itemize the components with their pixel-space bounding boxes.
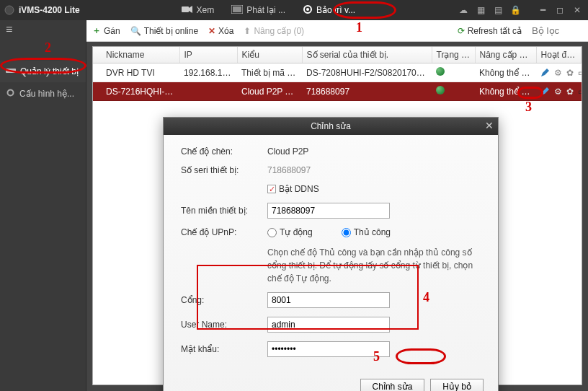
nav-playback-label: Phát lại ... bbox=[246, 5, 285, 15]
cell-status bbox=[432, 63, 475, 82]
minimize-icon[interactable]: ━ bbox=[536, 4, 549, 17]
mode-value: Cloud P2P bbox=[267, 146, 481, 157]
globe-icon bbox=[436, 86, 445, 95]
titlebar: iVMS-4200 Lite Xem Phát lại ... Bảo trì … bbox=[0, 0, 588, 20]
app-logo-icon bbox=[0, 0, 19, 20]
dialog-header[interactable]: Chỉnh sửa ✕ bbox=[164, 118, 498, 135]
pass-input[interactable] bbox=[267, 341, 390, 357]
plus-icon: ＋ bbox=[92, 25, 101, 37]
nav-view-label: Xem bbox=[197, 5, 215, 15]
toolbar: ＋ Gán 🔍 Thiết bị online ✕ Xóa ⬆ Nâng cấp… bbox=[86, 20, 588, 42]
svg-point-7 bbox=[8, 90, 14, 96]
cell-type: Thiết bị mã hóa bbox=[237, 63, 302, 82]
port-label: Cổng: bbox=[181, 295, 267, 305]
hamburger-icon[interactable]: ≡ bbox=[0, 20, 86, 39]
sidebar-item-label: Cấu hình hệ... bbox=[19, 89, 74, 99]
up-arrow-icon: ⬆ bbox=[244, 26, 251, 36]
device-icon[interactable]: ▭ bbox=[578, 87, 582, 97]
table-row[interactable]: DS-7216HQHI-F2-N(7186... Cloud P2P Thiế.… bbox=[93, 82, 582, 101]
film-icon bbox=[231, 5, 243, 16]
edit-dialog: Chỉnh sửa ✕ Chế độ chèn: Cloud P2P Số se… bbox=[163, 117, 499, 391]
sidebar: ≡ Quản lý thiết bị Cấu hình hệ... bbox=[0, 20, 86, 391]
user-label: User Name: bbox=[181, 320, 267, 330]
stats-icon[interactable]: ▤ bbox=[491, 4, 504, 17]
camera-icon bbox=[182, 5, 193, 16]
nav-view[interactable]: Xem bbox=[182, 5, 215, 16]
cell-upgrade: Không thể nân... bbox=[475, 63, 536, 82]
cell-serial: DS-7208HUHI-F2/S0820170405CC... bbox=[302, 63, 432, 82]
col-serial[interactable]: Số serial của thiết bị. bbox=[302, 47, 432, 63]
toolbar-add-label: Gán bbox=[104, 26, 120, 36]
svg-point-5 bbox=[306, 8, 309, 11]
edit-icon[interactable] bbox=[540, 87, 550, 97]
sidebar-item-label: Quản lý thiết bị bbox=[20, 66, 79, 76]
gear-icon[interactable]: ⚙ bbox=[554, 87, 562, 97]
cell-ip bbox=[179, 82, 237, 101]
cell-nickname: DVR HD TVI bbox=[93, 63, 179, 82]
edit-icon[interactable] bbox=[540, 68, 550, 78]
sidebar-item-device-mgmt[interactable]: Quản lý thiết bị bbox=[0, 61, 86, 82]
cloud-icon[interactable]: ☁ bbox=[457, 4, 470, 17]
table-row[interactable]: DVR HD TVI 192.168.1.100 Thiết bị mã hóa… bbox=[93, 63, 582, 82]
upnp-note: Chọn chế độ Thủ công và bạn cần nhập thủ… bbox=[267, 246, 484, 285]
domain-input[interactable] bbox=[267, 203, 390, 219]
toolbar-add[interactable]: ＋ Gán bbox=[92, 25, 120, 37]
close-icon[interactable]: ✕ bbox=[485, 120, 494, 131]
maximize-icon[interactable]: ◻ bbox=[553, 4, 566, 17]
toolbar-online-label: Thiết bị online bbox=[144, 26, 198, 36]
refresh-icon: ⟳ bbox=[458, 26, 465, 36]
toolbar-refresh-label: Refresh tất cả bbox=[468, 26, 522, 36]
device-icon[interactable]: ▭ bbox=[578, 68, 582, 78]
upnp-auto-radio[interactable]: Tự động bbox=[267, 227, 313, 237]
cell-type: Cloud P2P Thiế... bbox=[237, 82, 302, 101]
toolbar-refresh[interactable]: ⟳ Refresh tất cả bbox=[458, 26, 522, 36]
svg-rect-3 bbox=[233, 6, 241, 12]
toolbar-upgrade[interactable]: ⬆ Nâng cấp (0) bbox=[244, 26, 304, 36]
grid-icon[interactable]: ▦ bbox=[474, 4, 487, 17]
globe-icon bbox=[436, 67, 445, 76]
col-type[interactable]: Kiểu bbox=[237, 47, 302, 63]
upnp-label: Chế độ UPnP: bbox=[181, 227, 267, 237]
col-ip[interactable]: IP bbox=[179, 47, 237, 63]
user-input[interactable] bbox=[267, 317, 390, 333]
lock-icon[interactable]: 🔒 bbox=[509, 4, 522, 17]
serial-value: 718688097 bbox=[267, 165, 481, 175]
filter-input[interactable] bbox=[532, 25, 582, 36]
app-title: iVMS-4200 Lite bbox=[19, 5, 80, 15]
nav-playback[interactable]: Phát lại ... bbox=[231, 5, 285, 16]
toolbar-delete[interactable]: ✕ Xóa bbox=[208, 26, 233, 36]
ddns-label: Bật DDNS bbox=[279, 184, 319, 194]
cell-ops: ⚙ ✿ ▭ bbox=[536, 82, 582, 101]
cell-serial: 718688097 bbox=[302, 82, 432, 101]
sidebar-item-system-cfg[interactable]: Cấu hình hệ... bbox=[0, 82, 86, 105]
toolbar-delete-label: Xóa bbox=[218, 26, 233, 36]
port-input[interactable] bbox=[267, 292, 390, 308]
gear-icon[interactable]: ⚙ bbox=[554, 68, 562, 78]
ddns-checkbox[interactable]: Bật DDNS bbox=[267, 184, 481, 194]
settings2-icon[interactable]: ✿ bbox=[566, 68, 574, 78]
top-nav: Xem Phát lại ... Bảo trì v... bbox=[80, 4, 457, 17]
settings2-icon[interactable]: ✿ bbox=[566, 87, 574, 97]
cell-ops: ⚙ ✿ ▭ bbox=[536, 63, 582, 82]
col-nickname[interactable]: Nickname bbox=[93, 47, 179, 63]
checkbox-icon bbox=[267, 185, 276, 193]
dialog-ok-button[interactable]: Chỉnh sửa bbox=[360, 379, 425, 391]
col-upgrade[interactable]: Nâng cấp vi ch... bbox=[475, 47, 536, 63]
x-icon: ✕ bbox=[208, 26, 215, 36]
nav-maintenance-label: Bảo trì v... bbox=[316, 5, 355, 15]
upnp-manual-radio[interactable]: Thủ công bbox=[342, 227, 391, 237]
nav-maintenance[interactable]: Bảo trì v... bbox=[303, 4, 355, 17]
toolbar-online[interactable]: 🔍 Thiết bị online bbox=[130, 26, 198, 36]
dialog-cancel-button[interactable]: Hủy bỏ bbox=[430, 379, 484, 391]
serial-label: Số seri thiết bị: bbox=[181, 165, 267, 175]
col-status[interactable]: Trạng thái ... bbox=[432, 47, 475, 63]
svg-rect-1 bbox=[182, 6, 189, 12]
cell-status bbox=[432, 82, 475, 101]
device-icon bbox=[6, 66, 16, 76]
mode-label: Chế độ chèn: bbox=[181, 146, 267, 157]
table-header-row: Nickname IP Kiểu Số serial của thiết bị.… bbox=[93, 47, 582, 63]
close-window-icon[interactable]: ✕ bbox=[571, 4, 584, 17]
pass-label: Mật khẩu: bbox=[181, 344, 267, 354]
col-ops[interactable]: Hoạt động bbox=[536, 47, 582, 63]
search-icon: 🔍 bbox=[130, 26, 141, 36]
